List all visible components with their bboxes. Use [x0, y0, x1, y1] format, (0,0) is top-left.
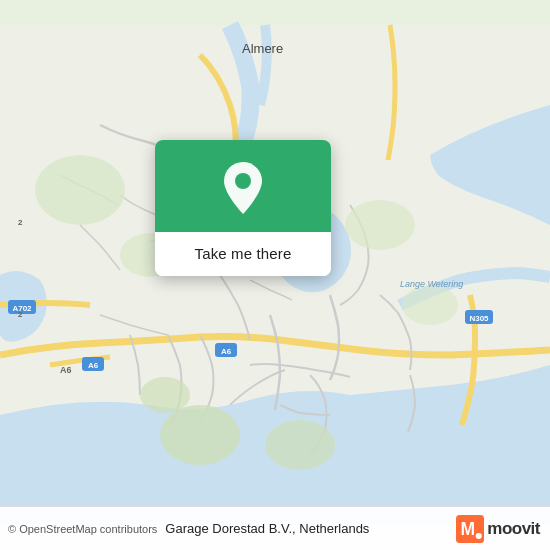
bottom-bar: © OpenStreetMap contributors Garage Dore… [0, 506, 550, 550]
svg-text:A6: A6 [221, 347, 232, 356]
svg-point-7 [140, 377, 190, 413]
svg-text:M: M [461, 519, 476, 539]
moovit-text: moovit [487, 519, 540, 539]
osm-attribution: © OpenStreetMap contributors [8, 523, 157, 535]
svg-point-21 [235, 173, 251, 189]
svg-text:Lange Wetering: Lange Wetering [400, 279, 463, 289]
location-name: Garage Dorestad B.V., Netherlands [165, 521, 369, 536]
svg-text:2: 2 [18, 218, 23, 227]
svg-point-3 [345, 200, 415, 250]
moovit-logo: M moovit [456, 515, 540, 543]
svg-text:A6: A6 [88, 361, 99, 370]
svg-point-24 [476, 532, 482, 538]
svg-text:N305: N305 [469, 314, 489, 323]
map-container: A6 A6 N305 A702 A6 2 2 Almere Lange Wete… [0, 0, 550, 550]
svg-text:2: 2 [18, 310, 23, 319]
svg-text:A6: A6 [60, 365, 72, 375]
svg-point-6 [265, 420, 335, 470]
svg-point-1 [35, 155, 125, 225]
svg-point-5 [160, 405, 240, 465]
svg-text:Almere: Almere [242, 41, 283, 56]
moovit-icon: M [456, 515, 484, 543]
take-me-there-button[interactable]: Take me there [155, 232, 331, 276]
popup-header [155, 140, 331, 232]
popup-card: Take me there [155, 140, 331, 276]
svg-point-4 [402, 285, 458, 325]
bottom-left: © OpenStreetMap contributors [8, 523, 157, 535]
location-pin-icon [217, 162, 269, 214]
